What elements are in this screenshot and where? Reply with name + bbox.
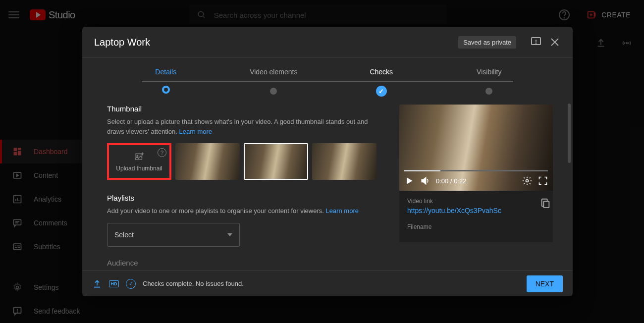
feedback-icon[interactable] xyxy=(530,36,542,48)
svg-point-38 xyxy=(526,180,529,182)
chevron-down-icon xyxy=(227,233,232,236)
thumbnail-option-1[interactable] xyxy=(175,143,240,180)
modal-footer: HD ✓ Checks complete. No issues found. N… xyxy=(82,270,573,296)
video-player[interactable]: 0:00 / 0:22 xyxy=(399,105,553,191)
modal-body: Thumbnail Select or upload a picture tha… xyxy=(82,93,573,270)
upload-status-icon xyxy=(92,279,102,289)
thumbnail-option-3[interactable] xyxy=(312,143,376,180)
preview-panel: 0:00 / 0:22 Video link https://youtu.be/… xyxy=(399,93,573,270)
step-details[interactable]: Details xyxy=(112,68,220,83)
step-checks[interactable]: Checks xyxy=(327,68,435,83)
upload-thumbnail-button[interactable]: Upload thumbnail ? xyxy=(107,143,171,180)
playlists-title: Playlists xyxy=(107,194,379,202)
step-visibility[interactable]: Visibility xyxy=(435,68,543,83)
thumbnail-learn-more-link[interactable]: Learn more xyxy=(179,128,212,135)
playlists-learn-more-link[interactable]: Learn more xyxy=(326,207,359,215)
select-label: Select xyxy=(114,231,134,239)
checks-status-text: Checks complete. No issues found. xyxy=(143,280,244,287)
play-icon[interactable] xyxy=(404,176,414,186)
audience-title: Audience xyxy=(107,259,379,267)
hd-badge: HD xyxy=(109,280,119,287)
video-link[interactable]: https://youtu.be/XcQs3PvahSc xyxy=(407,207,545,215)
details-panel: Thumbnail Select or upload a picture tha… xyxy=(82,93,399,270)
thumbnail-row: Upload thumbnail ? xyxy=(107,143,379,180)
add-image-icon xyxy=(134,151,145,162)
save-status-badge: Saved as private xyxy=(458,36,516,49)
step-video-elements[interactable]: Video elements xyxy=(220,68,328,83)
close-icon[interactable] xyxy=(549,36,561,48)
thumbnail-desc: Select or upload a picture that shows wh… xyxy=(107,117,379,136)
svg-point-31 xyxy=(536,43,537,44)
preview-info: Video link https://youtu.be/XcQs3PvahSc … xyxy=(399,191,553,242)
fullscreen-icon[interactable] xyxy=(538,176,548,186)
filename-label: Filename xyxy=(407,223,545,230)
thumbnail-option-2[interactable] xyxy=(244,143,308,180)
video-controls: 0:00 / 0:22 xyxy=(399,171,553,191)
copy-icon[interactable] xyxy=(540,198,551,209)
volume-icon[interactable] xyxy=(420,176,430,186)
check-circle-icon: ✓ xyxy=(126,279,136,289)
scrollbar[interactable] xyxy=(567,104,571,191)
stepper: Details Video elements Checks Visibility xyxy=(82,58,573,93)
upload-thumbnail-label: Upload thumbnail xyxy=(116,165,162,172)
video-link-label: Video link xyxy=(407,198,545,205)
settings-gear-icon[interactable] xyxy=(522,176,532,186)
next-button[interactable]: NEXT xyxy=(527,275,563,292)
help-icon[interactable]: ? xyxy=(158,148,166,157)
video-time: 0:00 / 0:22 xyxy=(436,177,466,185)
modal-title: Laptop Work xyxy=(94,37,458,48)
upload-modal: Laptop Work Saved as private Details Vid… xyxy=(82,27,573,296)
svg-rect-39 xyxy=(543,201,549,208)
playlists-select[interactable]: Select xyxy=(107,223,240,247)
playlists-desc: Add your video to one or more playlists … xyxy=(107,206,379,216)
modal-header: Laptop Work Saved as private xyxy=(82,27,573,57)
thumbnail-title: Thumbnail xyxy=(107,105,379,113)
video-preview: 0:00 / 0:22 Video link https://youtu.be/… xyxy=(399,105,553,242)
video-progress-bar[interactable] xyxy=(404,170,548,171)
